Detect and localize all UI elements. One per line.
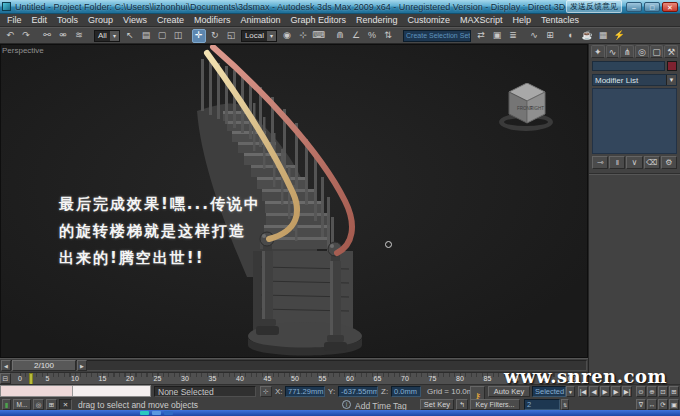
menu-tentacles[interactable]: Tentacles: [536, 15, 584, 25]
selection-region-icon[interactable]: ▢: [155, 29, 169, 43]
percent-snap-icon[interactable]: %: [365, 29, 379, 43]
absolute-mode-toggle[interactable]: ⊹: [260, 386, 272, 397]
dropdown-arrow-icon[interactable]: ▼: [666, 75, 676, 85]
select-and-link-icon[interactable]: ⚯: [40, 29, 54, 43]
current-frame-marker[interactable]: [29, 373, 33, 384]
menu-maxscript[interactable]: MAXScript: [455, 15, 508, 25]
rendered-frame-icon[interactable]: ▦: [596, 29, 610, 43]
next-frame-button[interactable]: ▶: [611, 386, 621, 397]
macro-recorder-pane[interactable]: [1, 386, 73, 396]
utilities-tab[interactable]: ⚒: [664, 45, 678, 58]
selected-dropdown-arrow-icon[interactable]: ▼: [566, 386, 575, 397]
select-and-scale-icon[interactable]: ◱: [224, 29, 238, 43]
set-key-mode-icon[interactable]: ↰: [456, 399, 468, 410]
menu-group[interactable]: Group: [83, 15, 118, 25]
play-button[interactable]: ▶: [600, 386, 610, 397]
time-slider-track[interactable]: [1, 360, 587, 371]
named-selection-set-field[interactable]: Create Selection Set: [403, 30, 471, 42]
make-unique-button[interactable]: ∨: [626, 156, 642, 169]
minimized-dialog-icon[interactable]: ◎: [33, 399, 44, 410]
select-and-manipulate-icon[interactable]: ⊹: [296, 29, 310, 43]
modifier-stack[interactable]: [592, 88, 677, 154]
select-object-icon[interactable]: ↖: [123, 29, 137, 43]
maximize-button[interactable]: □: [644, 2, 660, 12]
listener-pane[interactable]: [73, 386, 150, 396]
select-and-move-icon[interactable]: ✛: [192, 29, 206, 43]
show-end-result-button[interactable]: ‖: [609, 156, 625, 169]
zoom-extents-button[interactable]: ⊡: [658, 386, 668, 397]
track-bar[interactable]: ⊟ 05101520253035404550556065707580859095…: [0, 372, 588, 384]
windows-taskbar[interactable]: [0, 410, 680, 416]
taskbar-app-icon[interactable]: [152, 411, 161, 415]
reference-coordinate-dropdown[interactable]: Local▾: [241, 30, 277, 42]
frame-spinner[interactable]: ⇅: [561, 399, 569, 410]
taskbar-app-icon[interactable]: [140, 411, 149, 415]
viewcube[interactable]: FRONT RIGHT: [497, 77, 557, 135]
remove-modifier-button[interactable]: ⌫: [644, 156, 660, 169]
window-crossing-icon[interactable]: ◫: [171, 29, 185, 43]
key-filters-button[interactable]: Key Filters...: [470, 399, 520, 410]
menu-rendering[interactable]: Rendering: [351, 15, 403, 25]
selection-filter-dropdown[interactable]: All▾: [94, 30, 120, 42]
viewcube-cube[interactable]: FRONT RIGHT: [505, 83, 549, 125]
unlink-selection-icon[interactable]: ⚮: [56, 29, 70, 43]
redo-icon[interactable]: ↷: [19, 29, 33, 43]
x-coordinate-field[interactable]: 771.29mm: [285, 386, 325, 397]
mirror-icon[interactable]: ⇄: [474, 29, 488, 43]
select-by-name-icon[interactable]: ▤: [139, 29, 153, 43]
selected-dropdown[interactable]: Selected: [532, 386, 566, 397]
go-to-end-button[interactable]: ▶|: [622, 386, 632, 397]
menu-tools[interactable]: Tools: [52, 15, 83, 25]
field-of-view-button[interactable]: ∇: [636, 399, 646, 410]
go-to-start-button[interactable]: |◀: [578, 386, 588, 397]
menu-edit[interactable]: Edit: [27, 15, 53, 25]
schematic-view-icon[interactable]: ⊞: [543, 29, 557, 43]
menu-views[interactable]: Views: [118, 15, 152, 25]
modifier-list-dropdown[interactable]: Modifier List ▼: [592, 74, 677, 86]
taskbar-app-icon[interactable]: [164, 411, 173, 415]
keyboard-override-icon[interactable]: ⌨: [312, 29, 326, 43]
maxscript-mini-listener[interactable]: [0, 385, 151, 397]
configure-modifier-sets-button[interactable]: ⚙: [661, 156, 677, 169]
listener-status-icon[interactable]: ▮: [2, 399, 11, 410]
curve-editor-icon[interactable]: ∿: [527, 29, 541, 43]
menu-file[interactable]: File: [2, 15, 27, 25]
hierarchy-tab[interactable]: ⋔: [620, 45, 634, 58]
maximize-viewport-button[interactable]: ▣: [669, 399, 679, 410]
select-and-rotate-icon[interactable]: ↻: [208, 29, 222, 43]
minimize-button[interactable]: –: [626, 2, 642, 12]
feedback-button[interactable]: 发送反馈意见: [566, 0, 622, 13]
spinner-snap-icon[interactable]: ⇅: [381, 29, 395, 43]
pan-button[interactable]: ↔: [647, 399, 657, 410]
snap-toggle-icon[interactable]: ⋒: [333, 29, 347, 43]
menu-customize[interactable]: Customize: [403, 15, 456, 25]
display-tab[interactable]: ▢: [650, 45, 664, 58]
modify-tab[interactable]: ∿: [606, 45, 620, 58]
render-setup-icon[interactable]: ☕: [580, 29, 594, 43]
zoom-all-button[interactable]: ⊕: [647, 386, 657, 397]
y-coordinate-field[interactable]: -637.55mm: [338, 386, 378, 397]
layer-manager-icon[interactable]: ≣: [506, 29, 520, 43]
perspective-viewport[interactable]: Perspective: [0, 44, 588, 358]
next-frame-arrow[interactable]: ▶: [77, 360, 87, 371]
maxscript-mini-button[interactable]: M...: [13, 399, 31, 410]
pin-stack-button[interactable]: ⊸: [592, 156, 608, 169]
dropdown-arrow-icon[interactable]: ▾: [110, 31, 119, 41]
auto-key-button[interactable]: Auto Key: [488, 386, 530, 397]
time-slider-handle[interactable]: 2/100: [12, 360, 76, 371]
motion-tab[interactable]: ◎: [635, 45, 649, 58]
viewcube-right-label[interactable]: RIGHT: [530, 106, 544, 111]
object-name-field[interactable]: [592, 61, 665, 71]
close-button[interactable]: ✕: [662, 2, 678, 12]
mini-curve-editor-button[interactable]: ⊟: [0, 373, 11, 384]
selection-lock-button[interactable]: ✕: [59, 399, 72, 410]
angle-snap-icon[interactable]: ∠: [349, 29, 363, 43]
menu-modifiers[interactable]: Modifiers: [189, 15, 236, 25]
bind-to-spacewarp-icon[interactable]: ≋: [72, 29, 86, 43]
use-pivot-center-icon[interactable]: ◉: [280, 29, 294, 43]
set-key-button[interactable]: Set Key: [420, 399, 454, 410]
minimized-dialog-icon-2[interactable]: ⊞: [46, 399, 57, 410]
previous-frame-arrow[interactable]: ◀: [1, 360, 11, 371]
object-color-swatch[interactable]: [667, 61, 677, 71]
orbit-button[interactable]: ⟳: [658, 399, 668, 410]
